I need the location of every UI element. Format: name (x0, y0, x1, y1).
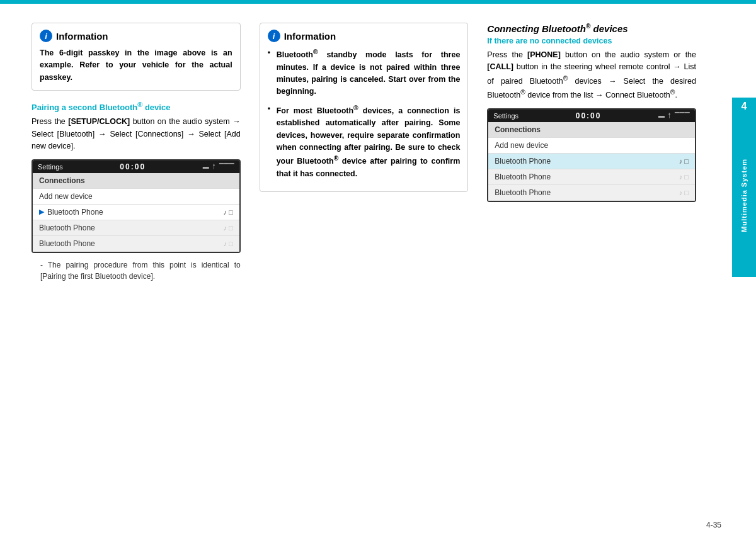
screen-1-row-connections: Connections (33, 173, 239, 189)
screen-2-bt-icons-3: ♪ □ (679, 189, 689, 196)
screen-2-time: 00:00 (576, 111, 602, 120)
screen-2-bt-icons-2: ♪ □ (679, 173, 689, 181)
screen-1-header-left: Settings (38, 163, 63, 171)
screen-2: Settings 00:00 ▬ ⭡ ▔▔▔ Connections Add n… (487, 108, 696, 202)
bt-row-left-1: ▶ Bluetooth Phone (39, 208, 103, 217)
screen-2-header-right: ▬ ⭡ ▔▔▔ (658, 112, 690, 119)
screen-1-row-bt-2: Bluetooth Phone ♪ □ (33, 220, 239, 236)
page-number: 4-35 (706, 521, 721, 529)
music-note-icon-s2-1: ♪ (679, 157, 683, 165)
subheading-1: Pairing a second Bluetooth® device (32, 101, 241, 112)
screen-1-header: Settings 00:00 ▬ ⭡ ▔▔▔ (33, 161, 239, 173)
bt-phone-label-3: Bluetooth Phone (39, 239, 95, 248)
signal-bars-2: ▔▔▔ (675, 112, 690, 119)
main-content: i Information The 6-digit passkey in the… (0, 4, 756, 302)
screen-2-bt-label-3: Bluetooth Phone (495, 188, 551, 197)
column-2: i Information Bluetooth® standby mode la… (260, 23, 469, 283)
music-note-icon: ♪ (224, 208, 227, 216)
info-icon-1: i (40, 30, 52, 42)
screen-1-row-bt-1: ▶ Bluetooth Phone ♪ □ (33, 205, 239, 220)
connecting-heading: Connecting Bluetooth® devices (487, 23, 696, 34)
bt-icons-2: ♪ □ (224, 224, 233, 232)
screen-1-body: Connections Add new device ▶ Bluetooth P… (33, 173, 239, 252)
music-note-icon-s2-2: ♪ (679, 173, 683, 181)
battery-icon: ▬ (203, 163, 209, 170)
phone-icon: □ (229, 208, 233, 216)
screen-2-header-left: Settings (493, 112, 518, 120)
chapter-label: Multimedia System (740, 159, 748, 232)
info-box-2: i Information Bluetooth® standby mode la… (260, 23, 469, 192)
chapter-tab: Multimedia System (732, 113, 756, 277)
if-heading: If there are no connected devices (487, 37, 696, 45)
screen-2-header: Settings 00:00 ▬ ⭡ ▔▔▔ (488, 110, 695, 122)
bullet-list-1: Bluetooth® standby mode lasts for three … (268, 47, 461, 180)
phone-icon-2: □ (229, 224, 233, 232)
screen-2-bt-label-1: Bluetooth Phone (495, 157, 551, 166)
column-1: i Information The 6-digit passkey in the… (32, 23, 241, 283)
info-header-2: i Information (268, 30, 461, 42)
screen-2-row-bt-3: Bluetooth Phone ♪ □ (488, 185, 695, 201)
info-header-1: i Information (40, 30, 232, 42)
bluetooth-icon-sm: ⭡ (211, 163, 217, 170)
phone-icon-s2-3: □ (684, 189, 689, 196)
screen-1-time: 00:00 (120, 162, 146, 171)
battery-icon-2: ▬ (658, 112, 665, 119)
info-title-1: Information (56, 31, 108, 42)
bullet-item-1: Bluetooth® standby mode lasts for three … (268, 47, 461, 98)
bt-phone-label-1: Bluetooth Phone (47, 208, 103, 217)
signal-bars: ▔▔▔ (219, 163, 234, 170)
chapter-number: 4 (732, 98, 756, 115)
screen-2-row-add-new: Add new device (488, 138, 695, 154)
bullet-item-2: For most Bluetooth® devices, a connectio… (268, 103, 461, 181)
screen-2-row-bt-1: Bluetooth Phone ♪ □ (488, 154, 695, 169)
body-text-3: Press the [PHONE] button on the audio sy… (487, 49, 696, 102)
info-icon-2: i (268, 30, 280, 42)
screen-2-row-bt-2: Bluetooth Phone ♪ □ (488, 169, 695, 185)
screen-1-row-bt-3: Bluetooth Phone ♪ □ (33, 236, 239, 252)
bluetooth-icon-2: ⭡ (667, 112, 673, 119)
screen-2-bt-label-2: Bluetooth Phone (495, 172, 551, 181)
screen-1: Settings 00:00 ▬ ⭡ ▔▔▔ Connections Add n… (32, 159, 241, 253)
screen-2-row-connections: Connections (488, 122, 695, 138)
info-title-2: Information (284, 31, 336, 42)
screen-2-bt-icons-1: ♪ □ (679, 157, 689, 165)
screen-2-body: Connections Add new device Bluetooth Pho… (488, 122, 695, 201)
selected-indicator: ▶ (39, 208, 44, 216)
screen-1-row-add-new: Add new device (33, 189, 239, 205)
phone-icon-3: □ (229, 240, 233, 247)
screen-1-header-right: ▬ ⭡ ▔▔▔ (203, 163, 234, 170)
info-box-1: i Information The 6-digit passkey in the… (32, 23, 241, 91)
note-text-1: - The pairing procedure from this point … (32, 259, 241, 283)
music-note-icon-3: ♪ (224, 240, 227, 247)
body-text-1: Press the [SETUP/CLOCK] button on the au… (32, 116, 241, 152)
phone-icon-s2-2: □ (684, 173, 689, 181)
phone-icon-s2-1: □ (684, 157, 689, 165)
bt-icons-3: ♪ □ (224, 240, 233, 247)
music-note-icon-s2-3: ♪ (679, 189, 683, 196)
bt-icons-1: ♪ □ (224, 208, 233, 216)
info-body-1: The 6-digit passkey in the image above i… (40, 47, 232, 84)
music-note-icon-2: ♪ (224, 224, 227, 232)
column-3: Connecting Bluetooth® devices If there a… (487, 23, 724, 283)
bt-phone-label-2: Bluetooth Phone (39, 223, 95, 232)
